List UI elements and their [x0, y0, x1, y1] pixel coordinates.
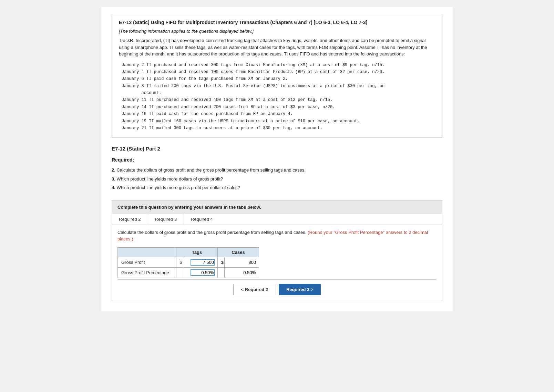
gross-profit-pct-label: Gross Profit Percentage: [118, 267, 176, 278]
transaction-line: January 11 TI purchased and received 400…: [122, 96, 435, 103]
required-item-2: 2. Calculate the dollars of gross profit…: [112, 166, 442, 174]
cases-currency-symbol: $: [218, 257, 225, 267]
problem-description: TrackR, Incorporated, (TI) has developed…: [119, 37, 435, 58]
gross-profit-pct-tags-cell[interactable]: [183, 267, 218, 278]
transaction-line: January 14 TI purchased and received 200…: [122, 104, 435, 111]
tab-required4[interactable]: Required 4: [184, 214, 220, 225]
part2-title: E7-12 (Static) Part 2: [112, 146, 442, 152]
gross-profit-table: Tags Cases Gross Profit $ $: [117, 247, 259, 278]
gross-profit-cases-cell[interactable]: [225, 257, 259, 267]
transaction-line: January 2 TI purchased and received 300 …: [122, 62, 435, 69]
problem-transactions: January 2 TI purchased and received 300 …: [122, 62, 435, 132]
required-item-3: 3. Which product line yields more dollar…: [112, 175, 442, 183]
gross-profit-tags-cell[interactable]: [183, 257, 218, 267]
table-row-gross-profit: Gross Profit $ $: [118, 257, 259, 267]
problem-subtitle: [The following information applies to th…: [119, 29, 435, 34]
tab2-description: Calculate the dollars of gross profit an…: [117, 229, 437, 243]
table-row-gross-profit-pct: Gross Profit Percentage: [118, 267, 259, 278]
bottom-nav: < Required 2 Required 3 >: [117, 279, 437, 295]
complete-instructions: Complete this question by entering your …: [112, 200, 442, 214]
tags-pct-symbol: [176, 267, 183, 278]
transaction-line: January 21 TI mailed 300 tags to custome…: [122, 125, 435, 132]
gross-profit-cases-input[interactable]: [232, 260, 256, 265]
tab-required3[interactable]: Required 3: [148, 214, 184, 225]
required-label: Required:: [112, 157, 442, 163]
gross-profit-pct-tags-input[interactable]: [191, 269, 215, 276]
col-header-tags: Tags: [176, 247, 218, 257]
next-button[interactable]: Required 3 >: [279, 284, 321, 295]
tabs-container: Required 2 Required 3 Required 4 Calcula…: [112, 214, 442, 301]
transaction-line: January 19 TI mailed 160 cases via the U…: [122, 118, 435, 125]
transaction-line: account.: [122, 90, 435, 96]
gross-profit-tags-input[interactable]: [191, 259, 215, 266]
tab-required2[interactable]: Required 2: [112, 214, 148, 225]
required-item-4: 4. Which product line yields more gross …: [112, 184, 442, 192]
tab2-content: Calculate the dollars of gross profit an…: [112, 225, 442, 301]
gross-profit-label: Gross Profit: [118, 257, 176, 267]
col-header-cases: Cases: [218, 247, 259, 257]
transaction-line: January 6 TI paid cash for the tags purc…: [122, 75, 435, 82]
required-list: 2. Calculate the dollars of gross profit…: [112, 166, 442, 192]
tab2-description-prefix: Calculate the dollars of gross profit an…: [117, 230, 308, 235]
gross-profit-pct-cases-input[interactable]: [232, 270, 256, 275]
col-header-label: [118, 247, 176, 257]
transaction-line: January 4 TI purchased and received 100 …: [122, 69, 435, 75]
tabs-row: Required 2 Required 3 Required 4: [112, 214, 442, 225]
cases-pct-symbol: [218, 267, 225, 278]
page-container: E7-12 (Static) Using FIFO for Multiprodu…: [101, 7, 453, 311]
gross-profit-pct-cases-cell[interactable]: [225, 267, 259, 278]
transaction-line: January 8 TI mailed 200 tags via the U.S…: [122, 83, 435, 90]
problem-title: E7-12 (Static) Using FIFO for Multiprodu…: [119, 20, 435, 25]
transaction-line: January 16 TI paid cash for the cases pu…: [122, 111, 435, 117]
prev-button[interactable]: < Required 2: [233, 284, 276, 295]
problem-box: E7-12 (Static) Using FIFO for Multiprodu…: [112, 14, 442, 137]
tags-currency-symbol: $: [176, 257, 183, 267]
